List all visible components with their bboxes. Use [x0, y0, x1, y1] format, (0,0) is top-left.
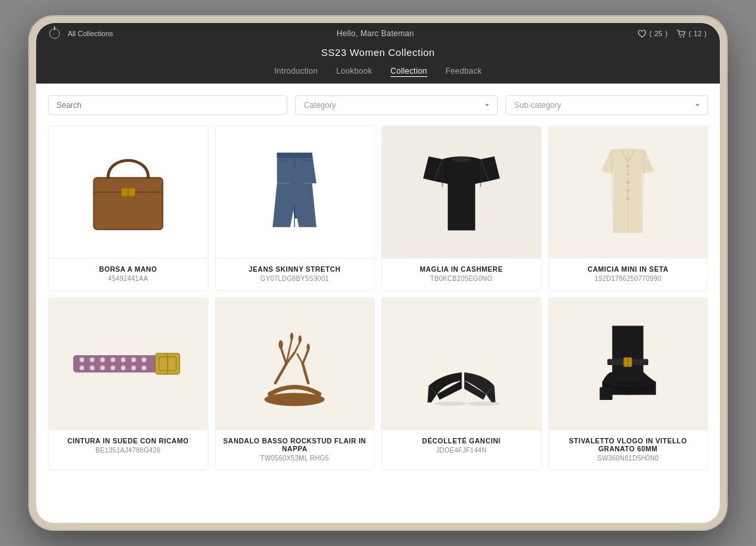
- svg-point-34: [142, 366, 147, 370]
- svg-point-31: [111, 366, 116, 370]
- product-name-heels: DÉCOLLETÉ GANCINI: [389, 437, 534, 445]
- product-sku-shirt: 192D1786250770990: [555, 275, 701, 282]
- product-card-shirt[interactable]: CAMICIA MINI IN SETA 192D1786250770990: [548, 126, 709, 291]
- subcategory-filter[interactable]: Sub-category: [506, 95, 708, 115]
- product-name-bag: BORSA A MANO: [55, 265, 201, 273]
- all-collections-link[interactable]: All Collections: [68, 30, 113, 37]
- svg-point-45: [467, 401, 500, 406]
- wishlist-button[interactable]: (25): [638, 30, 668, 38]
- product-image-sandal: [216, 298, 375, 430]
- svg-point-29: [90, 366, 95, 370]
- jeans-illustration: [255, 130, 334, 255]
- products-grid: BORSA A MANO 45492441AA: [48, 126, 708, 470]
- product-info-belt: CINTURA IN SUEDE CON RICAMO BE1351AJ4788…: [49, 430, 208, 462]
- cart-button[interactable]: (12): [676, 30, 707, 38]
- product-info-jeans: JEANS SKINNY STRETCH GY07LDG8BY5S9001: [216, 258, 375, 290]
- wishlist-count: 25: [654, 30, 662, 37]
- svg-point-28: [80, 366, 84, 370]
- svg-point-21: [80, 357, 84, 362]
- svg-point-38: [264, 393, 325, 406]
- svg-point-41: [298, 335, 302, 343]
- cart-icon: [676, 30, 686, 38]
- svg-point-44: [434, 401, 467, 406]
- svg-point-15: [626, 181, 629, 184]
- svg-point-22: [90, 357, 95, 362]
- product-info-sweater: MAGLIA IN CASHMERE TB0KCB205EG0NO: [382, 258, 541, 290]
- svg-point-1: [683, 36, 684, 37]
- header-top-bar: All Collections Hello, Marc Bateman (25): [49, 23, 707, 43]
- product-card-heels[interactable]: DÉCOLLETÉ GANCINI JDOE4FJF144N: [381, 297, 542, 470]
- svg-point-0: [680, 36, 681, 37]
- product-name-sandal: SANDALO BASSO ROCKSTUD FLAIR IN NAPPA: [222, 437, 368, 453]
- product-image-jeans: [216, 126, 375, 258]
- product-sku-boot: SW360N81D5H0N0: [555, 455, 701, 462]
- cart-count: 12: [694, 30, 701, 37]
- product-image-sweater: [382, 126, 541, 258]
- svg-point-14: [626, 173, 629, 176]
- product-card-belt[interactable]: CINTURA IN SUEDE CON RICAMO BE1351AJ4788…: [48, 297, 208, 470]
- svg-rect-2: [93, 178, 162, 230]
- product-info-boot: STIVALETTO VLOGO IN VITELLO GRANATO 60MM…: [549, 430, 708, 470]
- bag-illustration: [76, 146, 181, 238]
- filter-bar: Category Sub-category: [48, 95, 708, 115]
- product-sku-sweater: TB0KCB205EG0NO: [389, 275, 534, 282]
- svg-point-42: [307, 343, 310, 351]
- product-sku-sandal: TW0560X53ML RHG5: [222, 455, 368, 462]
- nav-collection[interactable]: Collection: [390, 65, 427, 77]
- svg-point-23: [101, 357, 105, 362]
- product-sku-bag: 45492441AA: [55, 275, 201, 282]
- svg-point-32: [121, 366, 126, 370]
- nav-lookbook[interactable]: Lookbook: [337, 65, 372, 77]
- svg-rect-7: [277, 153, 312, 158]
- greeting-text: Hello, Marc Bateman: [337, 29, 414, 38]
- svg-point-39: [279, 340, 283, 349]
- svg-point-25: [121, 357, 126, 362]
- svg-point-27: [142, 357, 147, 362]
- header-title-row: SS23 Women Collection: [49, 43, 707, 61]
- product-card-sandal[interactable]: SANDALO BASSO ROCKSTUD FLAIR IN NAPPA TW…: [215, 297, 375, 470]
- product-image-boot: [549, 298, 708, 430]
- product-card-jeans[interactable]: JEANS SKINNY STRETCH GY07LDG8BY5S9001: [215, 126, 375, 291]
- product-image-bag: [49, 126, 208, 258]
- product-card-sweater[interactable]: MAGLIA IN CASHMERE TB0KCB205EG0NO: [381, 126, 542, 291]
- product-sku-jeans: GY07LDG8BY5S9001: [222, 275, 368, 282]
- svg-point-24: [111, 357, 116, 362]
- product-card-boot[interactable]: STIVALETTO VLOGO IN VITELLO GRANATO 60MM…: [548, 297, 709, 470]
- collection-title: SS23 Women Collection: [321, 47, 435, 58]
- svg-point-26: [131, 357, 136, 362]
- product-image-belt: [49, 298, 208, 430]
- nav-feedback[interactable]: Feedback: [446, 65, 482, 77]
- boot-illustration: [582, 307, 674, 422]
- product-image-shirt: [549, 126, 708, 258]
- belt-illustration: [67, 341, 189, 387]
- product-name-boot: STIVALETTO VLOGO IN VITELLO GRANATO 60MM: [555, 437, 701, 453]
- product-name-jeans: JEANS SKINNY STRETCH: [222, 265, 368, 273]
- svg-point-40: [291, 333, 294, 341]
- product-info-heels: DÉCOLLETÉ GANCINI JDOE4FJF144N: [382, 430, 541, 462]
- search-input[interactable]: [48, 95, 287, 115]
- volume-button[interactable]: [30, 250, 31, 276]
- power-icon[interactable]: [49, 28, 60, 39]
- product-image-heels: [382, 298, 541, 430]
- svg-point-13: [626, 164, 629, 167]
- header-left-area: All Collections: [49, 28, 113, 39]
- shirt-illustration: [585, 132, 671, 253]
- svg-point-33: [131, 366, 136, 370]
- svg-point-16: [626, 189, 629, 191]
- sandal-illustration: [245, 308, 344, 420]
- heels-illustration: [412, 310, 511, 418]
- nav-introduction[interactable]: Introduction: [274, 65, 318, 77]
- heart-icon: [638, 30, 647, 38]
- main-content: Category Sub-category: [36, 84, 720, 523]
- category-filter[interactable]: Category: [295, 95, 498, 115]
- product-info-shirt: CAMICIA MINI IN SETA 192D1786250770990: [549, 258, 708, 290]
- header-actions: (25) (12): [638, 30, 707, 38]
- product-sku-heels: JDOE4FJF144N: [389, 447, 534, 454]
- product-name-shirt: CAMICIA MINI IN SETA: [555, 265, 701, 273]
- svg-point-17: [626, 197, 629, 200]
- svg-point-30: [101, 366, 105, 370]
- home-button[interactable]: [722, 255, 726, 291]
- product-card-bag[interactable]: BORSA A MANO 45492441AA: [48, 126, 208, 291]
- product-sku-belt: BE1351AJ4788G426: [55, 447, 201, 454]
- app-header: All Collections Hello, Marc Bateman (25): [36, 23, 720, 84]
